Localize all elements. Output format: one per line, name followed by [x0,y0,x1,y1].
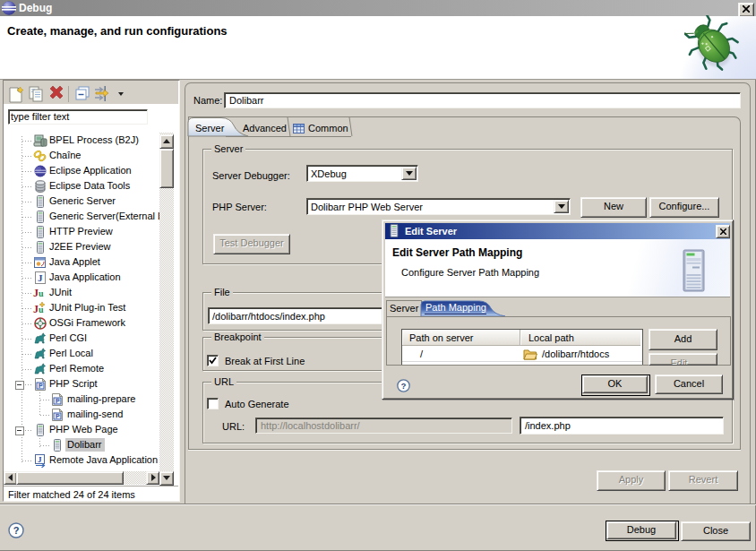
svg-text:?: ? [401,382,407,391]
svg-text:?: ? [13,525,20,536]
